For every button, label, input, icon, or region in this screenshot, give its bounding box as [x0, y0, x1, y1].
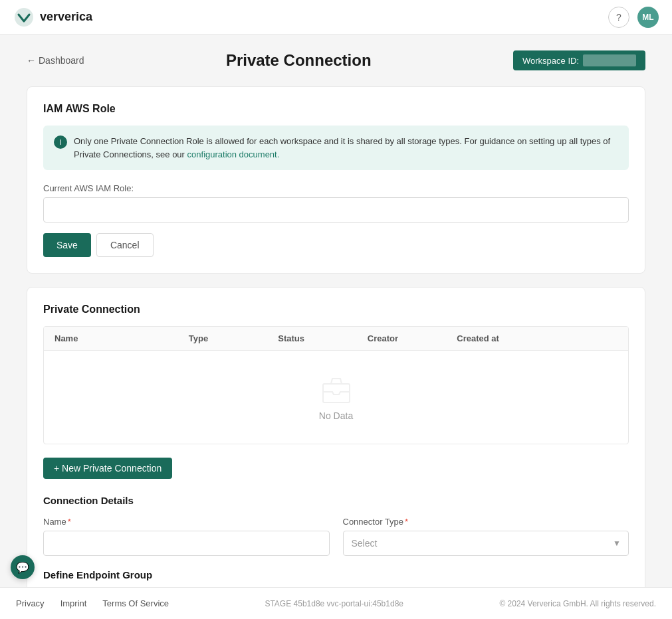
iam-info-text: Only one Private Connection Role is allo… [74, 135, 618, 161]
col-creator: Creator [368, 333, 457, 343]
iam-save-button[interactable]: Save [43, 233, 91, 257]
copyright-text: © 2024 Ververica GmbH. All rights reserv… [499, 599, 656, 608]
current-role-input[interactable] [43, 197, 629, 222]
help-button[interactable]: ? [608, 7, 629, 28]
new-private-connection-button[interactable]: + New Private Connection [43, 458, 172, 479]
no-data-text: No Data [319, 410, 353, 421]
col-created-at: Created at [457, 333, 591, 343]
private-connection-table: Name Type Status Creator Created at No D… [43, 326, 629, 444]
private-connection-card: Private Connection Name Type Status Crea… [27, 287, 645, 619]
connection-details-title: Connection Details [43, 495, 629, 506]
workspace-id-value [583, 54, 636, 66]
no-data-inbox-icon [320, 373, 352, 405]
col-type: Type [189, 333, 279, 343]
page-title-bar: ← Dashboard Private Connection Workspace… [27, 50, 645, 70]
col-actions [591, 333, 617, 343]
configuration-document-link[interactable]: configuration document. [187, 149, 280, 159]
col-name: Name [55, 333, 189, 343]
iam-info-box: i Only one Private Connection Role is al… [43, 126, 629, 170]
header: ververica ? ML [0, 0, 672, 35]
avatar[interactable]: ML [637, 7, 659, 28]
logo: ververica [13, 7, 92, 28]
connector-type-select-wrapper: Select ▼ [343, 531, 629, 556]
question-mark-icon: ? [616, 12, 621, 23]
avatar-initials: ML [642, 13, 653, 22]
imprint-link[interactable]: Imprint [60, 598, 87, 608]
col-status: Status [278, 333, 368, 343]
footer: Privacy Imprint Terms Of Service STAGE 4… [0, 587, 672, 619]
back-link[interactable]: ← Dashboard [27, 55, 84, 66]
svg-rect-1 [323, 384, 350, 402]
svg-point-0 [15, 8, 33, 27]
connector-type-form-group: Connector Type* Select ▼ [343, 517, 629, 556]
name-form-group: Name* [43, 517, 330, 556]
iam-card-title: IAM AWS Role [43, 103, 629, 115]
header-actions: ? ML [608, 7, 659, 28]
ververica-logo-icon [13, 7, 35, 28]
footer-links: Privacy Imprint Terms Of Service [16, 598, 169, 608]
iam-cancel-button[interactable]: Cancel [96, 233, 154, 257]
connector-type-label: Connector Type* [343, 517, 629, 527]
iam-aws-role-card: IAM AWS Role i Only one Private Connecti… [27, 86, 645, 274]
info-icon: i [54, 135, 67, 149]
define-endpoint-title: Define Endpoint Group [43, 569, 629, 580]
logo-text: ververica [40, 10, 92, 24]
connector-type-required-star: * [405, 517, 408, 527]
table-header: Name Type Status Creator Created at [44, 327, 628, 351]
current-role-label: Current AWS IAM Role: [43, 183, 629, 193]
chat-bubble-button[interactable]: 💬 [11, 555, 35, 579]
table-body: No Data [44, 351, 628, 444]
page-title: Private Connection [84, 51, 513, 70]
back-arrow-icon: ← [27, 55, 36, 66]
page-wrapper: ← Dashboard Private Connection Workspace… [0, 35, 672, 619]
workspace-id-badge: Workspace ID: [513, 50, 645, 70]
private-connection-card-title: Private Connection [43, 304, 629, 315]
iam-actions: Save Cancel [43, 233, 629, 257]
name-required-star: * [68, 517, 71, 527]
name-label: Name* [43, 517, 330, 527]
back-label: Dashboard [39, 55, 84, 66]
workspace-id-label: Workspace ID: [522, 56, 579, 66]
stage-text: STAGE 45b1d8e vvc-portal-ui:45b1d8e [265, 599, 403, 608]
chat-icon: 💬 [16, 561, 29, 574]
connector-type-select[interactable]: Select [343, 531, 629, 556]
terms-of-service-link[interactable]: Terms Of Service [102, 598, 169, 608]
privacy-link[interactable]: Privacy [16, 598, 45, 608]
connection-form-row-1: Name* Connector Type* Select ▼ [43, 517, 629, 556]
name-input[interactable] [43, 531, 330, 556]
